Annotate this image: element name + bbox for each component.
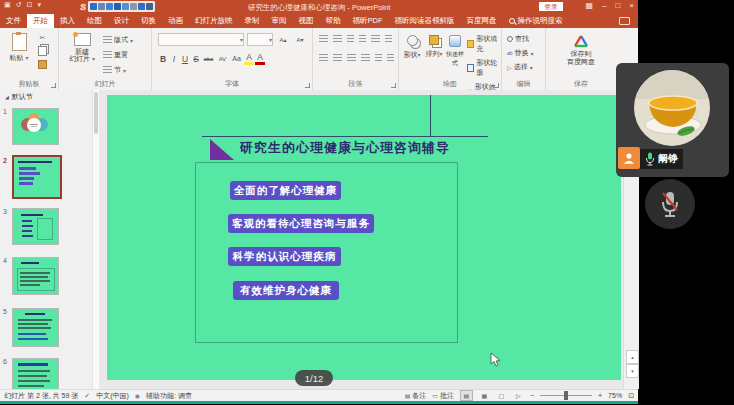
smartart-icon[interactable] bbox=[387, 54, 394, 62]
select-button[interactable]: ▷选择▾ bbox=[507, 62, 534, 72]
bullet-pill-1[interactable]: 全面的了解心理健康 bbox=[230, 181, 341, 200]
dialog-launcher-icon[interactable] bbox=[391, 83, 396, 88]
view-slideshow-button[interactable]: ▷ bbox=[513, 391, 524, 400]
addin-icon[interactable] bbox=[90, 3, 97, 10]
slideshow-icon[interactable]: ⊡ bbox=[27, 1, 33, 9]
underline-button[interactable]: U bbox=[180, 54, 190, 64]
format-painter-icon[interactable] bbox=[38, 60, 47, 69]
cut-icon[interactable]: ✂ bbox=[40, 34, 46, 42]
find-button[interactable]: 查找 bbox=[507, 34, 534, 44]
line-spacing-icon[interactable] bbox=[371, 35, 380, 43]
grow-font-button[interactable]: A▴ bbox=[276, 36, 290, 43]
slide-thumbnail-4[interactable] bbox=[12, 257, 59, 295]
increase-indent-icon[interactable] bbox=[359, 35, 366, 43]
shape-fill-button[interactable]: 形状填充 bbox=[467, 34, 501, 54]
tab-foxit-reader[interactable]: 福昕阅读器领鲜版 bbox=[389, 14, 461, 28]
undo-icon[interactable]: ↺ bbox=[16, 1, 22, 9]
view-reading-button[interactable]: ▢ bbox=[496, 391, 507, 400]
view-normal-button[interactable]: ▤ bbox=[460, 390, 473, 401]
font-name-combobox[interactable]: ▾ bbox=[158, 33, 244, 46]
tab-help[interactable]: 帮助 bbox=[320, 14, 347, 28]
zoom-percentage[interactable]: 75% bbox=[608, 392, 622, 399]
comments-button[interactable]: ▭ 批注 bbox=[432, 391, 454, 401]
scrollbar-thumb[interactable] bbox=[94, 92, 98, 134]
save-to-baidu-button[interactable]: 保存到百度网盘 bbox=[560, 34, 602, 65]
slide-thumbnail-2-selected[interactable] bbox=[12, 155, 62, 199]
new-slide-button[interactable]: 新建 幻灯片 ▾ bbox=[67, 33, 97, 63]
comment-icon[interactable] bbox=[619, 17, 630, 25]
fit-to-window-icon[interactable]: ⊡ bbox=[628, 392, 634, 400]
justify-icon[interactable] bbox=[361, 54, 370, 62]
dialog-launcher-icon[interactable] bbox=[494, 83, 499, 88]
quick-styles-button[interactable]: 快速样式 bbox=[444, 35, 466, 68]
muted-participant-tile[interactable] bbox=[645, 179, 695, 229]
paste-button[interactable]: 粘贴 ▾ bbox=[6, 33, 32, 63]
slide-thumbnail-3[interactable] bbox=[12, 208, 59, 245]
current-slide-canvas[interactable]: 研究生的心理健康与心理咨询辅导 全面的了解心理健康 客观的看待心理咨询与服务 科… bbox=[107, 95, 621, 380]
tab-view[interactable]: 视图 bbox=[293, 14, 320, 28]
accessibility-status[interactable]: 辅助功能: 调查 bbox=[146, 391, 192, 401]
decrease-indent-icon[interactable] bbox=[347, 35, 354, 43]
section-button[interactable]: 节▾ bbox=[103, 65, 133, 75]
qat-dropdown-icon[interactable]: ▾ bbox=[37, 1, 41, 9]
columns-icon[interactable] bbox=[375, 54, 382, 62]
slide-thumbnail-5[interactable] bbox=[12, 308, 59, 347]
align-left-icon[interactable] bbox=[319, 54, 328, 62]
text-direction-icon[interactable] bbox=[385, 35, 392, 43]
copy-icon[interactable] bbox=[38, 46, 47, 56]
reset-button[interactable]: 重置 bbox=[103, 50, 133, 60]
addin-icon[interactable] bbox=[106, 3, 113, 10]
change-case-button[interactable]: Aa bbox=[230, 55, 243, 62]
font-color-button[interactable]: A bbox=[255, 52, 265, 65]
bullet-pill-4[interactable]: 有效维护身心健康 bbox=[233, 281, 339, 300]
layout-button[interactable]: 版式▾ bbox=[103, 35, 133, 45]
slide-thumbnail-6[interactable] bbox=[12, 358, 59, 389]
tab-slideshow[interactable]: 幻灯片放映 bbox=[189, 14, 239, 28]
numbering-icon[interactable] bbox=[333, 35, 342, 43]
zoom-slider[interactable] bbox=[540, 395, 592, 396]
shape-outline-button[interactable]: 形状轮廓 bbox=[467, 58, 501, 78]
addin-icon[interactable] bbox=[98, 3, 105, 10]
login-button[interactable]: 登录 bbox=[539, 2, 563, 11]
clear-formatting-button[interactable]: abc bbox=[202, 56, 215, 62]
character-spacing-button[interactable]: AV bbox=[216, 56, 229, 62]
next-slide-button[interactable]: ▾ bbox=[626, 364, 639, 378]
strikethrough-button[interactable]: S bbox=[191, 54, 201, 64]
italic-button[interactable]: I bbox=[169, 54, 179, 64]
spellcheck-icon[interactable]: ✓ bbox=[84, 392, 90, 400]
align-center-icon[interactable] bbox=[333, 54, 342, 62]
section-header[interactable]: ◢ 默认节 bbox=[5, 92, 33, 102]
tab-draw[interactable]: 绘图 bbox=[81, 14, 108, 28]
zoom-in-button[interactable]: + bbox=[598, 392, 602, 399]
arrange-button[interactable]: 排列▾ bbox=[424, 35, 444, 59]
view-sorter-button[interactable]: ▦ bbox=[479, 391, 490, 400]
tab-review[interactable]: 审阅 bbox=[266, 14, 293, 28]
shrink-font-button[interactable]: A▾ bbox=[293, 36, 307, 43]
tab-baidu-netdisk[interactable]: 百度网盘 bbox=[461, 14, 503, 28]
tab-animations[interactable]: 动画 bbox=[162, 14, 189, 28]
tab-file[interactable]: 文件 bbox=[0, 14, 27, 28]
tell-me-search[interactable]: 操作说明搜索 bbox=[509, 14, 563, 28]
close-icon[interactable]: × bbox=[629, 1, 634, 10]
dialog-launcher-icon[interactable] bbox=[305, 83, 310, 88]
align-right-icon[interactable] bbox=[347, 54, 356, 62]
ribbon-options-icon[interactable]: ▦ bbox=[585, 1, 593, 10]
minimize-icon[interactable]: – bbox=[602, 1, 606, 10]
slide-thumbnail-1[interactable] bbox=[12, 108, 59, 145]
bullet-pill-3[interactable]: 科学的认识心理疾病 bbox=[228, 247, 341, 266]
tab-design[interactable]: 设计 bbox=[108, 14, 135, 28]
bullet-pill-2[interactable]: 客观的看待心理咨询与服务 bbox=[228, 214, 374, 233]
save-icon[interactable]: ▣ bbox=[4, 1, 11, 9]
tab-insert[interactable]: 插入 bbox=[54, 14, 81, 28]
highlight-color-button[interactable]: A bbox=[244, 52, 254, 65]
participant-video-tile[interactable]: 阚铮 bbox=[616, 63, 729, 177]
previous-slide-button[interactable]: ▴ bbox=[626, 350, 639, 364]
replace-button[interactable]: ab替换▾ bbox=[507, 48, 534, 58]
tab-foxit-pdf[interactable]: 福昕PDF bbox=[347, 14, 389, 28]
tab-transitions[interactable]: 切换 bbox=[135, 14, 162, 28]
dialog-launcher-icon[interactable] bbox=[51, 83, 56, 88]
zoom-slider-knob[interactable] bbox=[564, 391, 568, 400]
slide-title[interactable]: 研究生的心理健康与心理咨询辅导 bbox=[240, 139, 450, 157]
bold-button[interactable]: B bbox=[158, 54, 168, 64]
addin-s-logo-icon[interactable]: S bbox=[80, 2, 86, 12]
